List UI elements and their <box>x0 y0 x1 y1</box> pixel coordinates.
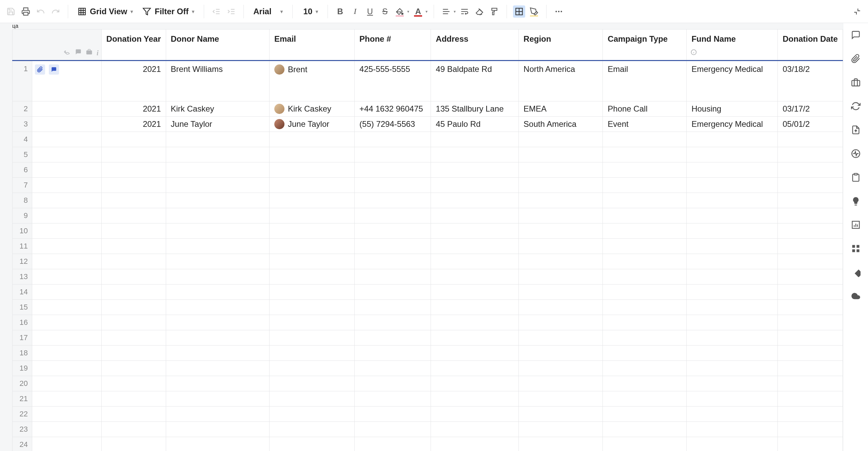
cell[interactable] <box>355 239 431 254</box>
cell[interactable] <box>431 285 519 300</box>
attachments-panel-button[interactable] <box>850 53 862 64</box>
chart-button[interactable] <box>850 219 862 231</box>
cell[interactable] <box>778 422 843 437</box>
cell-year[interactable]: 2021 <box>101 117 166 132</box>
cell[interactable] <box>166 407 269 422</box>
cell-phone[interactable]: (55) 7294-5563 <box>355 117 431 132</box>
cell-region[interactable]: North America <box>519 61 603 101</box>
cell[interactable] <box>687 193 778 208</box>
cell[interactable] <box>687 285 778 300</box>
cell[interactable] <box>269 437 354 451</box>
cell[interactable] <box>519 162 603 178</box>
cell[interactable] <box>355 178 431 193</box>
cell-fund[interactable]: Housing <box>687 101 778 117</box>
align-button[interactable] <box>440 5 452 18</box>
cell[interactable] <box>431 132 519 147</box>
cell[interactable] <box>269 269 354 285</box>
cell[interactable] <box>519 285 603 300</box>
apps-button[interactable] <box>850 243 862 254</box>
cell-campaign[interactable]: Phone Call <box>603 101 687 117</box>
cell[interactable] <box>778 193 843 208</box>
cell[interactable] <box>431 315 519 330</box>
cell[interactable] <box>431 178 519 193</box>
table-row[interactable]: 11 <box>13 239 843 254</box>
cell[interactable] <box>519 223 603 239</box>
cell[interactable] <box>687 376 778 391</box>
table-row[interactable]: 5 <box>13 147 843 162</box>
cell[interactable] <box>166 391 269 407</box>
cell[interactable] <box>431 361 519 376</box>
cell[interactable] <box>603 330 687 346</box>
cell[interactable] <box>101 376 166 391</box>
row-number[interactable]: 16 <box>13 315 32 330</box>
cell[interactable] <box>166 132 269 147</box>
cell[interactable] <box>101 269 166 285</box>
print-button[interactable] <box>20 5 32 18</box>
cell[interactable] <box>269 422 354 437</box>
cell[interactable] <box>687 162 778 178</box>
strikethrough-button[interactable]: S <box>379 5 391 18</box>
cell[interactable] <box>519 422 603 437</box>
cell[interactable] <box>101 422 166 437</box>
fill-color-button[interactable] <box>394 5 406 18</box>
cell[interactable] <box>519 407 603 422</box>
cell[interactable] <box>778 208 843 223</box>
cell[interactable] <box>101 239 166 254</box>
cell[interactable] <box>519 269 603 285</box>
cell[interactable] <box>166 346 269 361</box>
cell[interactable] <box>166 300 269 315</box>
table-row[interactable]: 20 <box>13 376 843 391</box>
cell[interactable] <box>269 391 354 407</box>
col-email[interactable]: Email <box>269 30 354 61</box>
cell[interactable] <box>778 162 843 178</box>
cell[interactable] <box>778 147 843 162</box>
cell[interactable] <box>519 147 603 162</box>
cell[interactable] <box>166 422 269 437</box>
outdent-button[interactable] <box>210 5 222 18</box>
row-header-corner[interactable]: i <box>13 30 102 61</box>
cell[interactable] <box>166 361 269 376</box>
table-row[interactable]: 6 <box>13 162 843 178</box>
cell[interactable] <box>431 223 519 239</box>
cell[interactable] <box>603 391 687 407</box>
cell[interactable] <box>687 346 778 361</box>
cell[interactable] <box>166 239 269 254</box>
cell[interactable] <box>431 269 519 285</box>
cell[interactable] <box>603 193 687 208</box>
row-number[interactable]: 23 <box>13 422 32 437</box>
cell[interactable] <box>269 346 354 361</box>
cell[interactable] <box>431 437 519 451</box>
font-family-selector[interactable]: Arial ▾ <box>250 5 286 18</box>
cell-donor[interactable]: Brent Williams <box>166 61 269 101</box>
cell[interactable] <box>269 376 354 391</box>
cell[interactable] <box>166 178 269 193</box>
cell[interactable] <box>355 269 431 285</box>
cell[interactable] <box>687 361 778 376</box>
col-fund-name[interactable]: Fund Name <box>687 30 778 61</box>
cell-date[interactable]: 05/01/2 <box>778 117 843 132</box>
row-number[interactable]: 11 <box>13 239 32 254</box>
more-button[interactable] <box>553 5 565 18</box>
cell[interactable] <box>778 178 843 193</box>
cell[interactable] <box>166 147 269 162</box>
cell[interactable] <box>778 437 843 451</box>
cell[interactable] <box>355 361 431 376</box>
cell[interactable] <box>101 208 166 223</box>
upload-button[interactable] <box>850 124 862 136</box>
row-number[interactable]: 1 <box>13 61 32 101</box>
cell[interactable] <box>778 132 843 147</box>
chevron-down-icon[interactable]: ▾ <box>426 9 428 14</box>
table-row[interactable]: 12 <box>13 254 843 269</box>
cell[interactable] <box>603 132 687 147</box>
cell[interactable] <box>603 254 687 269</box>
table-row[interactable]: 13 <box>13 269 843 285</box>
cell[interactable] <box>687 208 778 223</box>
cell[interactable] <box>355 300 431 315</box>
cell[interactable] <box>355 315 431 330</box>
cell[interactable] <box>101 147 166 162</box>
cell[interactable] <box>166 285 269 300</box>
cell[interactable] <box>101 178 166 193</box>
row-number[interactable]: 6 <box>13 162 32 178</box>
clear-format-button[interactable] <box>473 5 486 18</box>
cell[interactable] <box>355 132 431 147</box>
